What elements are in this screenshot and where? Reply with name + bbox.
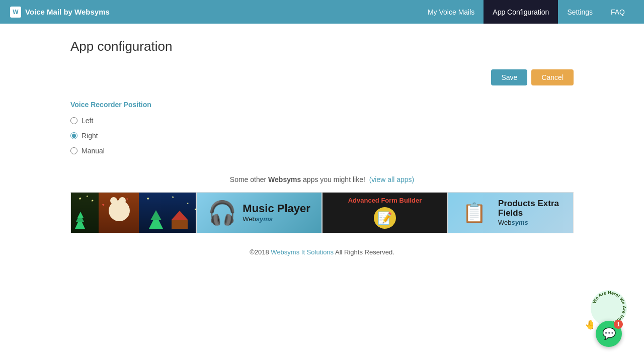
footer: ©2018 Websyms It Solutions All Rights Re… (70, 243, 574, 261)
radio-right-input[interactable] (70, 132, 77, 139)
navbar-brand: W Voice Mail by Websyms (10, 7, 110, 18)
radio-left-input[interactable] (70, 117, 77, 124)
nav-faq[interactable]: FAQ (602, 0, 634, 24)
voice-recorder-section: Voice Recorder Position Left Right Manua… (70, 101, 574, 155)
products-title-line1: Products Extra (498, 199, 559, 209)
view-all-apps-link[interactable]: (view all apps) (369, 175, 414, 184)
radio-right-label: Right (82, 132, 98, 140)
app-card-products[interactable]: 📋 Products Extra Fields Websyms (448, 192, 574, 233)
navbar-links: My Voice Mails App Configuration Setting… (419, 0, 634, 24)
products-brand: Websyms (498, 219, 559, 226)
brand-label: Voice Mail by Websyms (25, 8, 110, 16)
page-title: App configuration (70, 39, 574, 54)
products-extra-text: Products Extra Fields Websyms (498, 199, 559, 226)
form-builder-title: Advanced Form Builder (348, 197, 422, 204)
page-content: App configuration Save Cancel Voice Reco… (0, 24, 644, 281)
app-card-form-builder[interactable]: Advanced Form Builder 📝 (322, 192, 448, 233)
radio-right[interactable]: Right (70, 132, 574, 140)
headphones-icon: 🎧 (208, 199, 236, 226)
radio-group: Left Right Manual (70, 117, 574, 155)
app-cards: ★ ★ ★ ♥ ♥ (70, 192, 574, 233)
radio-manual-input[interactable] (70, 147, 77, 154)
promo-section: Some other Websyms apps you might like! … (70, 175, 574, 184)
promo-text: Some other Websyms apps you might like! … (230, 175, 414, 184)
music-player-brand: Websyms (243, 215, 310, 223)
nav-settings[interactable]: Settings (558, 0, 602, 24)
cancel-button[interactable]: Cancel (531, 69, 574, 85)
app-card-music[interactable]: 🎧 Music Player Websyms (196, 192, 322, 233)
form-builder-icon-circle: 📝 (374, 207, 396, 229)
section-label: Voice Recorder Position (70, 101, 574, 109)
promo-brand: Websyms (268, 175, 301, 184)
radio-left-label: Left (82, 117, 93, 125)
save-button[interactable]: Save (491, 69, 527, 85)
footer-company-link[interactable]: Websyms It Solutions (271, 248, 334, 256)
music-player-text: Music Player Websyms (243, 203, 310, 222)
nav-my-voice-mails[interactable]: My Voice Mails (419, 0, 484, 24)
action-bar: Save Cancel (70, 69, 574, 85)
navbar: W Voice Mail by Websyms My Voice Mails A… (0, 0, 644, 24)
radio-manual-label: Manual (82, 147, 105, 155)
radio-manual[interactable]: Manual (70, 147, 574, 155)
app-card-holiday[interactable]: ★ ★ ★ ♥ ♥ (70, 192, 196, 233)
music-player-title: Music Player (243, 203, 310, 215)
nav-app-configuration[interactable]: App Configuration (484, 0, 558, 24)
products-icon: 📋 (462, 202, 486, 224)
radio-left[interactable]: Left (70, 117, 574, 125)
products-title-line2: Fields (498, 209, 559, 218)
brand-icon: W (10, 7, 21, 18)
